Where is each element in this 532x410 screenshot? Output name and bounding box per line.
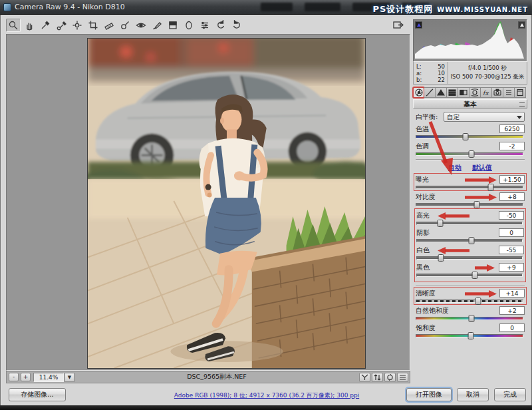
slider-track[interactable] <box>416 256 523 260</box>
color-sampler-tool[interactable] <box>54 19 68 32</box>
graduated-filter-tool[interactable] <box>166 19 180 32</box>
slider-handle[interactable] <box>474 201 480 208</box>
slider-label: 色温 <box>416 125 429 132</box>
tab-tone-curve[interactable] <box>424 87 436 98</box>
slider-value-box[interactable]: 6250 <box>499 124 525 133</box>
slider-handle[interactable] <box>467 332 473 339</box>
spot-removal-tool[interactable] <box>118 19 132 32</box>
done-button[interactable]: 完成 <box>494 388 526 401</box>
slider-handle[interactable] <box>488 184 494 191</box>
slider-row: 白色-55 <box>416 246 524 260</box>
slider-value-box[interactable]: +9 <box>499 263 524 272</box>
auto-link[interactable]: 自动 <box>448 164 462 171</box>
slider-track[interactable] <box>416 222 523 225</box>
slider-handle[interactable] <box>469 150 475 158</box>
workflow-options-link[interactable]: Adobe RGB (1998); 8 位; 4912 x 7360 (36.2… <box>114 391 420 400</box>
watermark-site-name: PS设计教程网 <box>372 4 433 14</box>
slider-track[interactable] <box>416 239 523 242</box>
slider-label: 饱和度 <box>416 324 436 331</box>
sliders-list: 色温6250色调-2自动默认值曝光+1.50对比度+8高光-50阴影0白色-55… <box>416 124 525 337</box>
tab-basic[interactable] <box>413 87 424 98</box>
adjustment-brush-tool[interactable] <box>150 19 164 32</box>
slider-handle[interactable] <box>462 133 468 140</box>
slider-row: 色调-2 <box>416 142 525 156</box>
annotation-group-box: 高光-50阴影0白色-55黑色+9 <box>416 210 525 281</box>
zoom-out-button[interactable]: - <box>9 373 19 381</box>
image-preview-area[interactable] <box>6 34 410 371</box>
slider-handle[interactable] <box>475 298 481 305</box>
histogram[interactable] <box>413 19 527 62</box>
slider-handle[interactable] <box>469 315 475 322</box>
slider-handle[interactable] <box>438 254 444 262</box>
copy-settings-button[interactable] <box>384 373 396 382</box>
photo-preview[interactable] <box>87 38 366 369</box>
preferences-tool[interactable] <box>198 19 212 32</box>
histogram-plot <box>414 20 527 61</box>
zoom-in-button[interactable]: + <box>21 373 31 381</box>
lab-b-value: 22 <box>438 77 445 83</box>
default-link[interactable]: 默认值 <box>472 164 492 171</box>
hand-tool[interactable] <box>22 19 37 32</box>
slider-value-box[interactable]: -50 <box>499 211 524 220</box>
tab-detail[interactable] <box>436 87 447 98</box>
tab-effects[interactable]: fx <box>481 87 492 98</box>
crop-tool[interactable] <box>86 19 100 32</box>
tab-presets[interactable] <box>503 87 515 98</box>
divider <box>416 159 525 160</box>
tab-camera-calibration[interactable] <box>492 87 503 98</box>
rotate-left-tool[interactable] <box>213 19 228 32</box>
shadow-clipping-icon[interactable] <box>415 21 422 29</box>
tab-hsl[interactable] <box>447 87 458 98</box>
slider-row: 饱和度0 <box>416 323 525 337</box>
slider-value-box[interactable]: -55 <box>499 246 524 254</box>
straighten-tool[interactable] <box>102 19 116 32</box>
slider-track[interactable] <box>416 152 523 156</box>
highlight-clipping-icon[interactable] <box>518 21 525 29</box>
slider-value-box[interactable]: +8 <box>499 192 525 201</box>
tab-snapshots[interactable] <box>515 87 526 98</box>
targeted-adjustment-tool[interactable] <box>70 19 84 32</box>
app-icon <box>3 3 11 11</box>
slider-track[interactable] <box>416 186 523 189</box>
slider-value-box[interactable]: -2 <box>499 142 525 150</box>
swap-before-after-button[interactable] <box>372 373 383 382</box>
rotate-right-tool[interactable] <box>229 19 244 32</box>
open-image-button[interactable]: 打开图像 <box>406 388 452 401</box>
svg-text:fx: fx <box>483 90 489 97</box>
cancel-button[interactable]: 取消 <box>457 388 489 401</box>
slider-value-box[interactable]: +1.50 <box>499 175 525 184</box>
white-balance-tool[interactable] <box>38 19 53 32</box>
white-balance-row: 白平衡: 自定 <box>416 112 525 122</box>
slider-track[interactable] <box>416 203 523 206</box>
preview-info-strip: - + 11.4% ▼ DSC_9565副本.NEF <box>6 371 410 383</box>
fullscreen-toggle-icon[interactable] <box>392 19 405 31</box>
slider-track[interactable] <box>416 300 523 303</box>
panel-menu-icon[interactable] <box>519 102 525 106</box>
slider-track[interactable] <box>416 317 523 320</box>
camera-raw-window: Camera Raw 9.4 - Nikon D810 PS设计教程网WWW.M… <box>0 0 532 410</box>
toolbar <box>6 18 244 33</box>
auto-default-links: 自动默认值 <box>416 163 525 172</box>
slider-track[interactable] <box>416 274 523 277</box>
zoom-level-dropdown[interactable]: ▼ <box>65 373 74 382</box>
tab-split-toning[interactable] <box>458 87 469 98</box>
preview-options-button[interactable] <box>397 373 408 382</box>
slider-track[interactable] <box>416 334 523 337</box>
slider-value-box[interactable]: 0 <box>499 228 524 237</box>
slider-handle[interactable] <box>437 220 443 227</box>
red-eye-tool[interactable] <box>134 19 148 32</box>
watermark-site-url: WWW.MISSYUAN.NET <box>437 6 528 13</box>
slider-handle[interactable] <box>471 272 477 279</box>
slider-value-box[interactable]: 0 <box>499 323 525 332</box>
zoom-level-field[interactable]: 11.4% <box>33 373 64 382</box>
zoom-tool[interactable] <box>6 19 21 32</box>
white-balance-select[interactable]: 自定 <box>444 112 525 122</box>
slider-value-box[interactable]: +14 <box>499 289 525 298</box>
slider-handle[interactable] <box>469 237 475 244</box>
slider-value-box[interactable]: +2 <box>499 306 525 315</box>
radial-filter-tool[interactable] <box>182 19 196 32</box>
tab-lens-corrections[interactable] <box>469 87 481 98</box>
save-image-button[interactable]: 存储图像... <box>9 388 66 401</box>
preview-mode-button[interactable] <box>359 373 370 382</box>
slider-track[interactable] <box>416 135 523 138</box>
